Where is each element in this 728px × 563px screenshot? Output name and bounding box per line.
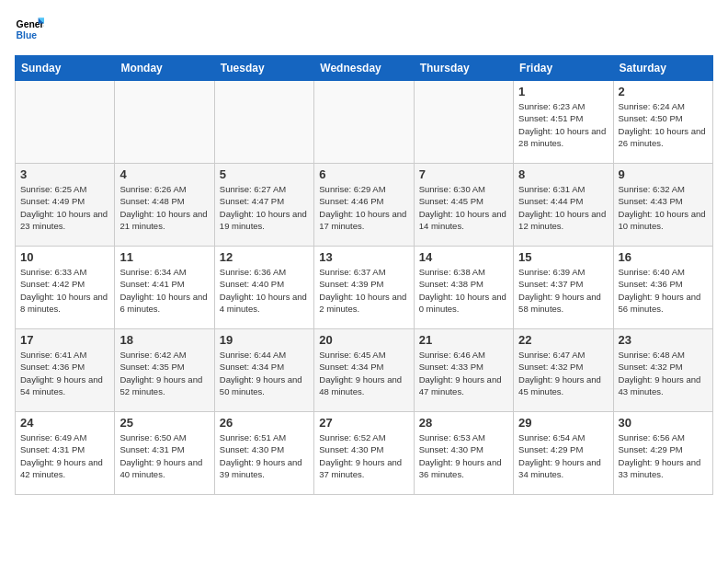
calendar-cell — [214, 81, 313, 164]
calendar-cell: 4Sunrise: 6:26 AM Sunset: 4:48 PM Daylig… — [115, 164, 214, 247]
day-number: 1 — [518, 85, 608, 98]
day-info: Sunrise: 6:41 AM Sunset: 4:36 PM Dayligh… — [20, 349, 109, 397]
day-number: 25 — [119, 416, 209, 430]
day-number: 17 — [20, 333, 109, 347]
day-number: 3 — [20, 167, 109, 181]
day-number: 9 — [619, 167, 708, 181]
day-info: Sunrise: 6:37 AM Sunset: 4:39 PM Dayligh… — [319, 266, 408, 315]
week-row-4: 17Sunrise: 6:41 AM Sunset: 4:36 PM Dayli… — [16, 329, 713, 412]
day-number: 8 — [518, 167, 608, 181]
day-number: 5 — [220, 167, 309, 181]
calendar-cell: 25Sunrise: 6:50 AM Sunset: 4:31 PM Dayli… — [115, 412, 214, 495]
day-info: Sunrise: 6:50 AM Sunset: 4:31 PM Dayligh… — [119, 431, 209, 480]
calendar-cell: 2Sunrise: 6:24 AM Sunset: 4:50 PM Daylig… — [613, 81, 712, 164]
day-number: 13 — [319, 250, 408, 264]
calendar-cell: 16Sunrise: 6:40 AM Sunset: 4:36 PM Dayli… — [613, 247, 712, 329]
calendar-cell: 7Sunrise: 6:30 AM Sunset: 4:45 PM Daylig… — [414, 164, 513, 247]
day-info: Sunrise: 6:33 AM Sunset: 4:42 PM Dayligh… — [20, 266, 109, 315]
calendar-cell: 14Sunrise: 6:38 AM Sunset: 4:38 PM Dayli… — [414, 247, 513, 329]
day-number: 12 — [220, 250, 309, 264]
calendar-cell: 1Sunrise: 6:23 AM Sunset: 4:51 PM Daylig… — [514, 81, 613, 164]
week-row-1: 1Sunrise: 6:23 AM Sunset: 4:51 PM Daylig… — [16, 81, 713, 164]
day-number: 4 — [119, 167, 209, 181]
weekday-header-wednesday: Wednesday — [314, 56, 414, 81]
day-number: 14 — [419, 250, 508, 264]
day-info: Sunrise: 6:36 AM Sunset: 4:40 PM Dayligh… — [220, 266, 309, 315]
calendar-cell: 29Sunrise: 6:54 AM Sunset: 4:29 PM Dayli… — [514, 412, 613, 495]
calendar-cell — [115, 81, 214, 164]
svg-text:Blue: Blue — [17, 30, 38, 40]
calendar-cell: 23Sunrise: 6:48 AM Sunset: 4:32 PM Dayli… — [613, 329, 712, 412]
day-number: 16 — [619, 250, 708, 264]
day-number: 24 — [20, 416, 109, 430]
calendar-cell: 9Sunrise: 6:32 AM Sunset: 4:43 PM Daylig… — [613, 164, 712, 247]
calendar-cell: 11Sunrise: 6:34 AM Sunset: 4:41 PM Dayli… — [115, 247, 214, 329]
weekday-header-sunday: Sunday — [16, 56, 115, 81]
weekday-header-friday: Friday — [514, 56, 613, 81]
day-info: Sunrise: 6:34 AM Sunset: 4:41 PM Dayligh… — [119, 266, 209, 315]
day-number: 29 — [518, 416, 608, 430]
day-number: 22 — [518, 333, 608, 347]
weekday-header-thursday: Thursday — [414, 56, 513, 81]
day-number: 21 — [419, 333, 508, 347]
calendar-cell: 22Sunrise: 6:47 AM Sunset: 4:32 PM Dayli… — [514, 329, 613, 412]
calendar-cell: 13Sunrise: 6:37 AM Sunset: 4:39 PM Dayli… — [314, 247, 414, 329]
day-number: 28 — [419, 416, 508, 430]
day-number: 20 — [319, 333, 408, 347]
day-info: Sunrise: 6:23 AM Sunset: 4:51 PM Dayligh… — [518, 100, 608, 149]
day-info: Sunrise: 6:48 AM Sunset: 4:32 PM Dayligh… — [619, 349, 708, 397]
day-number: 27 — [319, 416, 408, 430]
calendar-cell: 8Sunrise: 6:31 AM Sunset: 4:44 PM Daylig… — [514, 164, 613, 247]
calendar-cell: 15Sunrise: 6:39 AM Sunset: 4:37 PM Dayli… — [514, 247, 613, 329]
day-info: Sunrise: 6:32 AM Sunset: 4:43 PM Dayligh… — [619, 183, 708, 232]
calendar-cell: 18Sunrise: 6:42 AM Sunset: 4:35 PM Dayli… — [115, 329, 214, 412]
day-info: Sunrise: 6:54 AM Sunset: 4:29 PM Dayligh… — [518, 431, 608, 480]
week-row-2: 3Sunrise: 6:25 AM Sunset: 4:49 PM Daylig… — [16, 164, 713, 247]
weekday-header-monday: Monday — [115, 56, 214, 81]
day-info: Sunrise: 6:47 AM Sunset: 4:32 PM Dayligh… — [518, 349, 608, 397]
day-info: Sunrise: 6:46 AM Sunset: 4:33 PM Dayligh… — [419, 349, 508, 397]
day-info: Sunrise: 6:26 AM Sunset: 4:48 PM Dayligh… — [119, 183, 209, 232]
day-number: 26 — [220, 416, 309, 430]
calendar-cell: 17Sunrise: 6:41 AM Sunset: 4:36 PM Dayli… — [16, 329, 115, 412]
day-number: 2 — [619, 85, 708, 98]
day-info: Sunrise: 6:39 AM Sunset: 4:37 PM Dayligh… — [518, 266, 608, 315]
weekday-header-row: SundayMondayTuesdayWednesdayThursdayFrid… — [16, 56, 713, 81]
day-info: Sunrise: 6:29 AM Sunset: 4:46 PM Dayligh… — [319, 183, 408, 232]
calendar-cell: 28Sunrise: 6:53 AM Sunset: 4:30 PM Dayli… — [414, 412, 513, 495]
day-number: 18 — [119, 333, 209, 347]
logo-icon: General Blue — [15, 15, 44, 44]
weekday-header-tuesday: Tuesday — [214, 56, 313, 81]
day-info: Sunrise: 6:31 AM Sunset: 4:44 PM Dayligh… — [518, 183, 608, 232]
calendar-cell — [414, 81, 513, 164]
weekday-header-saturday: Saturday — [613, 56, 712, 81]
calendar-cell: 6Sunrise: 6:29 AM Sunset: 4:46 PM Daylig… — [314, 164, 414, 247]
day-number: 15 — [518, 250, 608, 264]
week-row-3: 10Sunrise: 6:33 AM Sunset: 4:42 PM Dayli… — [16, 247, 713, 329]
calendar-cell: 3Sunrise: 6:25 AM Sunset: 4:49 PM Daylig… — [16, 164, 115, 247]
calendar-cell: 10Sunrise: 6:33 AM Sunset: 4:42 PM Dayli… — [16, 247, 115, 329]
calendar-table: SundayMondayTuesdayWednesdayThursdayFrid… — [15, 55, 713, 495]
logo: General Blue — [15, 15, 48, 44]
day-info: Sunrise: 6:42 AM Sunset: 4:35 PM Dayligh… — [119, 349, 209, 397]
day-info: Sunrise: 6:49 AM Sunset: 4:31 PM Dayligh… — [20, 431, 109, 480]
calendar-cell: 24Sunrise: 6:49 AM Sunset: 4:31 PM Dayli… — [16, 412, 115, 495]
day-info: Sunrise: 6:45 AM Sunset: 4:34 PM Dayligh… — [319, 349, 408, 397]
day-number: 30 — [619, 416, 708, 430]
day-info: Sunrise: 6:40 AM Sunset: 4:36 PM Dayligh… — [619, 266, 708, 315]
calendar-cell: 30Sunrise: 6:56 AM Sunset: 4:29 PM Dayli… — [613, 412, 712, 495]
calendar-cell: 26Sunrise: 6:51 AM Sunset: 4:30 PM Dayli… — [214, 412, 313, 495]
day-info: Sunrise: 6:51 AM Sunset: 4:30 PM Dayligh… — [220, 431, 309, 480]
calendar-cell — [16, 81, 115, 164]
day-number: 7 — [419, 167, 508, 181]
week-row-5: 24Sunrise: 6:49 AM Sunset: 4:31 PM Dayli… — [16, 412, 713, 495]
calendar-cell — [314, 81, 414, 164]
day-number: 23 — [619, 333, 708, 347]
day-info: Sunrise: 6:25 AM Sunset: 4:49 PM Dayligh… — [20, 183, 109, 232]
calendar-cell: 19Sunrise: 6:44 AM Sunset: 4:34 PM Dayli… — [214, 329, 313, 412]
day-info: Sunrise: 6:53 AM Sunset: 4:30 PM Dayligh… — [419, 431, 508, 480]
calendar-cell: 21Sunrise: 6:46 AM Sunset: 4:33 PM Dayli… — [414, 329, 513, 412]
page-header: General Blue — [15, 15, 713, 44]
day-number: 19 — [220, 333, 309, 347]
day-number: 11 — [119, 250, 209, 264]
